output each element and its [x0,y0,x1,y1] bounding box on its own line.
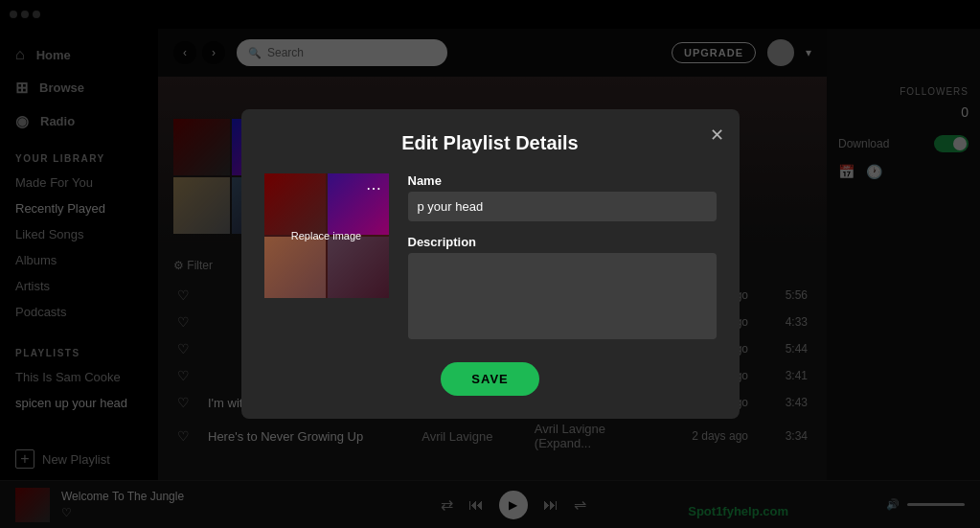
modal-title: Edit Playlist Details [264,132,717,154]
replace-image-label: Replace image [291,230,361,241]
name-field-label: Name [408,173,717,188]
description-field-group: Description [408,235,717,343]
modal-fields: Name Description [408,173,717,343]
dots-icon: ⋯ [366,179,381,197]
modal-footer: SAVE [264,362,717,396]
name-field-input[interactable] [408,192,717,221]
modal-body: ⋯ Replace image Name Description [264,173,717,343]
save-button[interactable]: SAVE [441,362,538,396]
modal-close-button[interactable]: ✕ [710,125,724,146]
replace-image-overlay[interactable]: ⋯ Replace image [264,173,389,298]
name-field-group: Name [408,173,717,221]
description-field-label: Description [408,235,717,249]
description-field-textarea[interactable] [408,253,717,339]
modal-overlay[interactable]: Edit Playlist Details ✕ ⋯ Replace image … [0,0,980,528]
modal-playlist-cover[interactable]: ⋯ Replace image [264,173,389,298]
edit-playlist-modal: Edit Playlist Details ✕ ⋯ Replace image … [241,109,740,419]
